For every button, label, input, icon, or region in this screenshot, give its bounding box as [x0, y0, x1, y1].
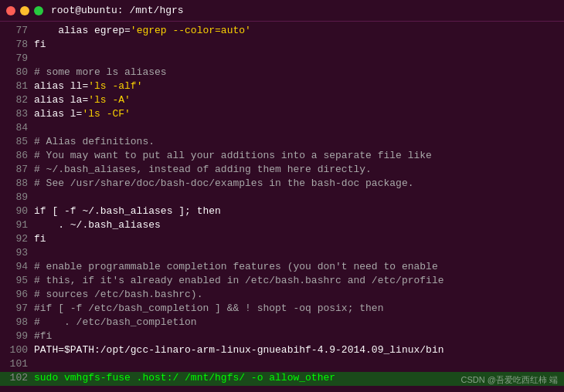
line-text: # Alias definitions. [34, 136, 155, 147]
line-text: sudo vmhgfs-fuse .host:/ /mnt/hgfs/ -o a… [34, 372, 335, 384]
line-number: 85 [3, 136, 28, 147]
window-controls [6, 6, 43, 15]
terminal-line: 101 [0, 358, 564, 372]
title-bar: root@ubuntu: /mnt/hgrs [0, 0, 564, 22]
terminal-line: 84 [0, 122, 564, 136]
line-number: 90 [3, 205, 28, 217]
line-text: # this, if it's already enabled in /etc/… [34, 275, 444, 286]
terminal-line: 82alias la='ls -A' [0, 94, 564, 108]
line-number: 77 [3, 25, 28, 36]
terminal-line: 79 [0, 52, 564, 66]
terminal-line: 94# enable programmable completion featu… [0, 261, 564, 275]
line-text: alias la='ls -A' [34, 94, 131, 106]
line-text: # You may want to put all your additions… [34, 150, 432, 161]
line-number: 81 [3, 80, 28, 92]
line-text: . ~/.bash_aliases [34, 219, 161, 231]
line-text: alias l='ls -CF' [34, 108, 131, 120]
line-text: #if [ -f /etc/bash_completion ] && ! sho… [34, 302, 383, 314]
terminal-line: 85# Alias definitions. [0, 136, 564, 150]
line-text: fi [34, 39, 46, 50]
terminal-line: 95# this, if it's already enabled in /et… [0, 275, 564, 289]
line-number: 78 [3, 39, 28, 50]
terminal-body: 77 alias egrep='egrep --color=auto'78fi7… [0, 22, 564, 392]
terminal-line: 98# . /etc/bash_completion [0, 316, 564, 330]
terminal-line: 80# some more ls aliases [0, 66, 564, 80]
terminal-line: 93 [0, 247, 564, 261]
terminal-line: 81alias ll='ls -alf' [0, 80, 564, 94]
line-number: 79 [3, 52, 28, 64]
terminal-line: 92fi [0, 233, 564, 247]
minimize-button[interactable] [20, 6, 29, 15]
terminal-line: 86# You may want to put all your additio… [0, 150, 564, 164]
terminal-line: 83alias l='ls -CF' [0, 108, 564, 122]
line-text: # enable programmable completion feature… [34, 261, 438, 272]
line-number: 102 [3, 372, 28, 384]
line-number: 99 [3, 330, 28, 342]
line-number: 98 [3, 316, 28, 328]
line-number: 96 [3, 289, 28, 300]
line-text: # sources /etc/bash.bashrc). [34, 289, 202, 300]
line-number: 89 [3, 191, 28, 203]
line-number: 91 [3, 219, 28, 231]
line-text: # See /usr/share/doc/bash-doc/examples i… [34, 177, 413, 189]
line-text: fi [34, 233, 46, 245]
line-number: 94 [3, 261, 28, 272]
line-number: 84 [3, 122, 28, 133]
line-number: 88 [3, 177, 28, 189]
line-number: 82 [3, 94, 28, 106]
close-button[interactable] [6, 6, 15, 15]
line-number: 92 [3, 233, 28, 245]
terminal-line: 99#fi [0, 330, 564, 344]
line-text: #fi [34, 330, 52, 342]
maximize-button[interactable] [34, 6, 43, 15]
line-number: 97 [3, 302, 28, 314]
line-number: 95 [3, 275, 28, 286]
line-text: # ~/.bash_aliases, instead of adding the… [34, 164, 372, 175]
line-number: 87 [3, 164, 28, 175]
terminal-line: 77 alias egrep='egrep --color=auto' [0, 25, 564, 39]
line-number: 80 [3, 66, 28, 78]
terminal-line: 87# ~/.bash_aliases, instead of adding t… [0, 164, 564, 177]
terminal-line: 91 . ~/.bash_aliases [0, 219, 564, 233]
line-text: alias ll='ls -alf' [34, 80, 142, 92]
watermark: CSDN @吾爱吃西红柿 端 [461, 374, 558, 386]
terminal-line: 89 [0, 191, 564, 205]
terminal-line: 90if [ -f ~/.bash_aliases ]; then [0, 205, 564, 219]
terminal-line: 97#if [ -f /etc/bash_completion ] && ! s… [0, 302, 564, 316]
terminal-line: 78fi [0, 39, 564, 52]
line-number: 86 [3, 150, 28, 161]
line-number: 83 [3, 108, 28, 120]
line-text: # . /etc/bash_completion [34, 316, 197, 328]
line-number: 100 [3, 344, 28, 356]
line-number: 93 [3, 247, 28, 259]
line-text: if [ -f ~/.bash_aliases ]; then [34, 205, 221, 217]
terminal-line: 88# See /usr/share/doc/bash-doc/examples… [0, 177, 564, 191]
terminal-line: 96# sources /etc/bash.bashrc). [0, 289, 564, 302]
line-text: PATH=$PATH:/opt/gcc-linaro-arm-linux-gnu… [34, 344, 444, 356]
window-title: root@ubuntu: /mnt/hgrs [51, 5, 184, 16]
line-text: alias egrep='egrep --color=auto' [34, 25, 251, 36]
line-number: 101 [3, 358, 28, 370]
terminal-line: 100PATH=$PATH:/opt/gcc-linaro-arm-linux-… [0, 344, 564, 358]
line-text: # some more ls aliases [34, 66, 167, 78]
